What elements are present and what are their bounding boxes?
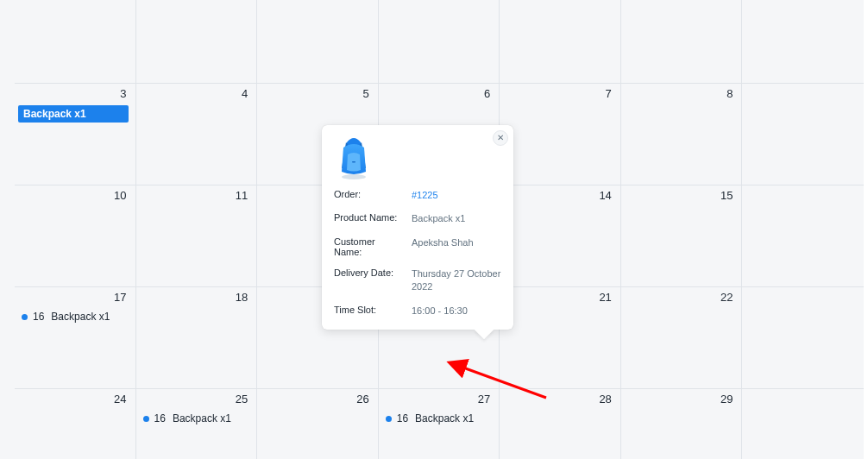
day-number: 24: [18, 393, 129, 406]
calendar-cell[interactable]: [500, 0, 621, 83]
calendar-cell[interactable]: 22: [621, 287, 743, 388]
close-icon: ✕: [497, 134, 504, 142]
dot-icon: [143, 416, 149, 422]
calendar-row: [15, 0, 864, 83]
customer-value: Apeksha Shah: [412, 236, 501, 257]
event-dot-item[interactable]: 16Backpack x1: [18, 309, 129, 324]
event-popover: ✕ Order: #1225 Product Name: Backpack x1…: [322, 125, 513, 330]
day-number: 22: [625, 291, 735, 304]
calendar-cell[interactable]: [742, 185, 864, 286]
product-value: Backpack x1: [412, 212, 501, 225]
order-link[interactable]: #1225: [412, 189, 501, 202]
calendar-cell[interactable]: [15, 0, 136, 83]
day-number: 26: [261, 393, 371, 406]
calendar-cell[interactable]: [742, 0, 864, 83]
order-label: Order:: [334, 189, 405, 202]
event-bar[interactable]: Backpack x1: [18, 105, 129, 123]
day-number: 8: [625, 87, 735, 100]
event-label: Backpack x1: [415, 412, 474, 424]
close-button[interactable]: ✕: [493, 130, 508, 146]
event-hour: 16: [397, 412, 408, 424]
day-number: 18: [140, 291, 250, 304]
calendar-cell[interactable]: 29: [621, 389, 743, 459]
info-row-product: Product Name: Backpack x1: [334, 212, 501, 225]
day-number: 28: [503, 393, 613, 406]
calendar-cell[interactable]: 18: [136, 287, 258, 388]
day-number: 3: [18, 87, 129, 100]
svg-point-0: [342, 174, 366, 179]
calendar-cell[interactable]: 7: [500, 84, 621, 185]
day-number: 14: [503, 189, 613, 202]
info-row-order: Order: #1225: [334, 189, 501, 202]
dot-icon: [386, 416, 392, 422]
day-number: 21: [503, 291, 613, 304]
day-number: 25: [140, 393, 250, 406]
calendar-cell[interactable]: [742, 389, 864, 459]
product-image: [334, 135, 374, 180]
calendar-cell[interactable]: 26: [257, 389, 379, 459]
day-number: 4: [140, 87, 250, 100]
calendar-cell[interactable]: 28: [500, 389, 621, 459]
calendar-cell[interactable]: 15: [621, 185, 743, 286]
calendar-cell[interactable]: 11: [136, 185, 258, 286]
event-dot-item[interactable]: 16Backpack x1: [140, 411, 250, 426]
calendar-cell[interactable]: 3Backpack x1: [15, 84, 136, 185]
day-number: 27: [382, 393, 493, 406]
slot-label: Time Slot:: [334, 305, 405, 318]
event-label: Backpack x1: [173, 412, 231, 424]
day-number: 6: [382, 87, 493, 100]
calendar-cell[interactable]: 14: [500, 185, 621, 286]
calendar-cell[interactable]: [621, 0, 743, 83]
day-number: 29: [625, 393, 735, 406]
product-label: Product Name:: [334, 212, 405, 225]
calendar-cell[interactable]: 8: [621, 84, 743, 185]
calendar-cell[interactable]: 4: [136, 84, 258, 185]
date-label: Delivery Date:: [334, 267, 405, 294]
calendar-cell[interactable]: 2516Backpack x1: [136, 389, 258, 459]
day-number: 11: [140, 189, 250, 202]
calendar-cell[interactable]: [257, 0, 379, 83]
calendar-cell[interactable]: [379, 0, 500, 83]
scroll-edge: [864, 0, 868, 459]
calendar-cell[interactable]: [742, 84, 864, 185]
day-number: 7: [503, 87, 613, 100]
date-value: Thursday 27 October 2022: [412, 267, 501, 294]
event-hour: 16: [154, 412, 166, 424]
calendar-cell[interactable]: 1716Backpack x1: [15, 287, 136, 388]
calendar-cell[interactable]: 10: [15, 185, 136, 286]
slot-value: 16:00 - 16:30: [412, 305, 501, 318]
event-dot-item[interactable]: 16Backpack x1: [382, 411, 493, 426]
dot-icon: [22, 314, 28, 320]
svg-rect-1: [352, 161, 355, 163]
day-number: 17: [18, 291, 129, 304]
calendar-cell[interactable]: [136, 0, 258, 83]
calendar-row: 242516Backpack x1262716Backpack x12829: [15, 388, 864, 459]
customer-label: Customer Name:: [334, 236, 405, 257]
calendar-cell[interactable]: 21: [500, 287, 621, 388]
event-label: Backpack x1: [51, 311, 110, 323]
info-row-date: Delivery Date: Thursday 27 October 2022: [334, 267, 501, 294]
day-number: 5: [261, 87, 371, 100]
info-row-customer: Customer Name: Apeksha Shah: [334, 236, 501, 257]
day-number: 10: [18, 189, 129, 202]
event-hour: 16: [33, 311, 44, 323]
calendar-cell[interactable]: 2716Backpack x1: [379, 389, 500, 459]
calendar-cell[interactable]: [742, 287, 864, 388]
day-number: 15: [625, 189, 735, 202]
calendar-cell[interactable]: 24: [15, 389, 136, 459]
info-row-slot: Time Slot: 16:00 - 16:30: [334, 305, 501, 318]
